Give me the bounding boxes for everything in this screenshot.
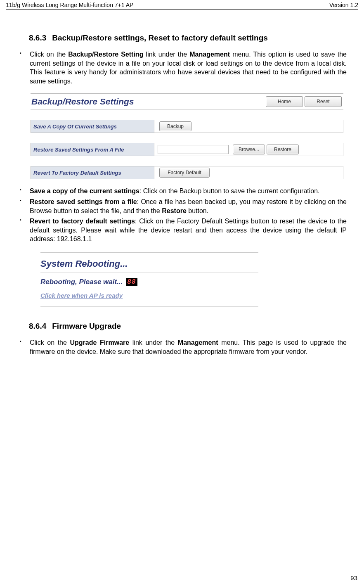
header-left: 11b/g Wireless Long Range Multi-function… — [6, 2, 133, 8]
restore-row: Restore Saved Settings From A File Brows… — [31, 143, 343, 156]
page-number: 93 — [350, 574, 357, 581]
reboot-msg: Rebooting, Please wait... 88 — [40, 273, 258, 288]
revert-label: Revert To Factory Default Settings — [31, 170, 154, 176]
bullet-revert: Revert to factory default settings: Clic… — [17, 217, 347, 244]
header-rule — [6, 9, 358, 9]
firmware-bullet: Click on the Upgrade Firmware link under… — [17, 338, 347, 356]
bullet-restore: Restore saved settings from a file: Once… — [17, 197, 347, 215]
section-title: Backup/Restore settings, Reset to factor… — [52, 33, 268, 42]
intro-bullet: Click on the Backup/Restore Setting link… — [17, 50, 347, 85]
header-right: Version 1.2 — [329, 2, 358, 8]
bullet-save-copy: Save a copy of the current settings: Cli… — [17, 187, 347, 196]
section-heading-863: 8.6.3Backup/Restore settings, Reset to f… — [29, 33, 347, 43]
section-title-864: Firmware Upgrade — [52, 322, 121, 330]
section-heading-864: 8.6.4Firmware Upgrade — [29, 322, 347, 331]
restore-file-input[interactable] — [158, 145, 229, 154]
footer-rule — [6, 568, 358, 568]
home-button[interactable]: Home — [266, 96, 303, 107]
save-copy-label: Save A Copy Of Current Settings — [31, 123, 154, 130]
section-num: 8.6.3 — [29, 33, 46, 43]
backup-button[interactable]: Backup — [159, 121, 191, 131]
revert-row: Revert To Factory Default Settings Facto… — [31, 166, 343, 179]
reboot-countdown: 88 — [126, 278, 137, 286]
reboot-rule — [40, 306, 258, 307]
reboot-title: System Rebooting... — [40, 256, 258, 273]
reset-button[interactable]: Reset — [305, 96, 342, 107]
factory-default-button[interactable]: Factory Default — [159, 168, 210, 178]
reboot-ready-link[interactable]: Click here when AP is ready — [40, 288, 123, 306]
restore-button[interactable]: Restore — [267, 145, 299, 154]
save-copy-row: Save A Copy Of Current Settings Backup — [31, 120, 343, 133]
reboot-panel: System Rebooting... Rebooting, Please wa… — [40, 252, 258, 307]
panel-title: Backup/Restore Settings — [31, 97, 264, 107]
backup-restore-panel: Backup/Restore Settings Home Reset Save … — [31, 93, 343, 179]
restore-label: Restore Saved Settings From A File — [31, 147, 154, 153]
section-num-864: 8.6.4 — [29, 322, 46, 331]
browse-button[interactable]: Browse... — [233, 145, 265, 154]
